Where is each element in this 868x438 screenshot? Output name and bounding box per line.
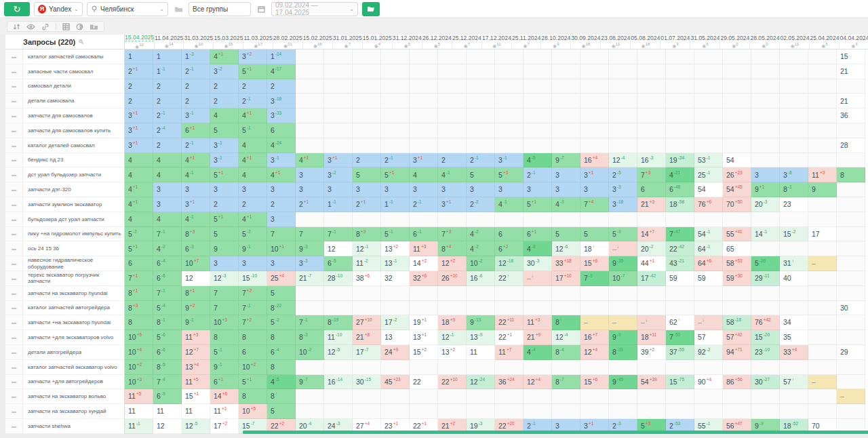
position-cell[interactable]: – (609, 315, 637, 330)
position-cell[interactable]: 3 (182, 182, 210, 197)
position-cell[interactable]: 6 (239, 345, 267, 360)
position-cell[interactable]: 30-27 (751, 375, 780, 390)
refresh-button[interactable]: ↻ (4, 2, 30, 16)
query-label[interactable]: каталог запчастей самосвалы (23, 49, 125, 64)
position-cell[interactable]: 12 (182, 271, 210, 286)
position-cell[interactable]: 14+2 (410, 256, 438, 271)
position-cell[interactable]: 17-42 (637, 271, 666, 286)
position-cell[interactable]: 4+1 (267, 167, 296, 182)
export-button[interactable] (362, 2, 380, 16)
position-cell[interactable]: 8 (210, 330, 239, 345)
position-cell[interactable]: 36 (837, 108, 865, 123)
position-cell[interactable]: 4-5 (267, 375, 296, 390)
position-cell[interactable]: 4+1 (210, 49, 239, 64)
position-cell[interactable]: 2-1 (239, 94, 267, 108)
position-cell[interactable]: 4+1 (239, 108, 267, 123)
position-cell[interactable]: 7 (296, 227, 324, 242)
row-drag-handle[interactable]: ▬ (5, 360, 23, 375)
query-label[interactable]: детали самосвала (23, 94, 125, 108)
position-cell[interactable]: 7-1 (153, 286, 182, 301)
position-cell[interactable]: 16-14 (324, 375, 353, 390)
position-cell[interactable]: 29 (837, 345, 865, 360)
position-cell[interactable]: 6 (637, 182, 666, 197)
snapshot-icon[interactable]: ◉0 (762, 42, 768, 48)
query-label[interactable]: бендикс пд 23 (23, 153, 125, 168)
position-cell[interactable]: 5-6 (153, 330, 182, 345)
position-cell[interactable]: 8+3 (353, 227, 381, 242)
position-cell[interactable]: 5 (467, 167, 495, 182)
position-cell[interactable]: 4-1 (438, 167, 467, 182)
position-cell[interactable]: 4-1 (182, 167, 210, 182)
position-cell[interactable]: 9-1 (210, 360, 239, 375)
column-header-date[interactable]: 28.05.2024◉0 (750, 35, 780, 49)
position-cell[interactable]: 3 (495, 182, 524, 197)
position-cell[interactable]: 9-35 (609, 256, 637, 271)
snapshot-icon[interactable]: ◉7 (523, 42, 529, 48)
position-cell[interactable]: 9-3 (296, 241, 324, 256)
position-cell[interactable]: 8 (125, 315, 153, 330)
position-cell[interactable]: 3-2 (210, 64, 239, 79)
queries-header[interactable]: Запросы (220) 🔍︎ (5, 35, 125, 49)
position-cell[interactable]: 8-3 (296, 330, 324, 345)
position-cell[interactable]: 92-2 (694, 345, 723, 360)
snapshot-icon[interactable]: ◉9 (553, 42, 559, 48)
query-label[interactable]: запчасти дэт-320 (23, 182, 125, 197)
position-cell[interactable]: 4-1 (182, 212, 210, 227)
snapshot-icon[interactable]: ◉5 (404, 42, 410, 48)
position-cell[interactable]: 8+1 (125, 286, 153, 301)
position-cell[interactable]: 54+45 (723, 182, 751, 197)
sort-icon[interactable] (13, 23, 20, 31)
position-cell[interactable]: 7+1 (125, 271, 153, 286)
position-cell[interactable]: 3-18 (267, 94, 296, 108)
query-label[interactable]: запчасти на экскаватор хундай (23, 404, 125, 419)
position-cell[interactable]: 5+1 (210, 167, 239, 182)
position-cell[interactable]: 3-3 (296, 256, 324, 271)
position-cell[interactable]: 7-4 (153, 375, 182, 390)
position-cell[interactable]: 8 (239, 389, 267, 404)
query-label[interactable]: ось 24 15 36 (23, 241, 125, 256)
position-cell[interactable]: 8+4 (438, 241, 467, 256)
position-cell[interactable]: 17 (808, 227, 837, 242)
position-cell[interactable]: 4+1 (125, 182, 153, 197)
column-header-date[interactable]: 15.04.2025◉10 (125, 35, 155, 49)
position-cell[interactable]: – (808, 375, 837, 390)
column-header-date[interactable]: 05.08.2024◉18 (631, 35, 660, 49)
position-cell[interactable]: 18↑ (580, 241, 609, 256)
position-cell[interactable]: 7 (210, 286, 239, 301)
position-cell[interactable]: 4-17 (267, 64, 296, 79)
position-cell[interactable]: 6 (495, 227, 524, 242)
query-label[interactable]: запчасти +на экскаватор hyundai (23, 315, 125, 330)
position-cell[interactable]: 9-9 (609, 330, 637, 345)
position-cell[interactable]: 6-3 (182, 241, 210, 256)
snapshot-icon[interactable]: ◉18 (581, 42, 590, 48)
snapshot-icon[interactable]: ◉10 (195, 42, 203, 48)
position-cell[interactable]: 6-1 (410, 227, 438, 242)
position-cell[interactable]: 8 (239, 330, 267, 345)
row-drag-handle[interactable]: ▬ (5, 212, 23, 227)
position-cell[interactable]: 3-33 (267, 108, 296, 123)
row-drag-handle[interactable]: ▬ (5, 315, 23, 330)
position-cell[interactable]: 27+10 (353, 315, 381, 330)
query-label[interactable]: запчасти +для экскаваторов volvo (23, 330, 125, 345)
position-cell[interactable]: –↓ (524, 271, 552, 286)
column-header-date[interactable]: 02.05.2024◉11 (780, 35, 810, 49)
position-cell[interactable]: 6-4 (267, 345, 296, 360)
position-cell[interactable]: 15-2 (780, 227, 808, 242)
position-cell[interactable]: 6+1 (210, 375, 239, 390)
position-cell[interactable]: 8-31 (609, 345, 637, 360)
position-cell[interactable]: 13-1 (381, 256, 410, 271)
position-cell[interactable]: 12 (153, 419, 182, 434)
position-cell[interactable]: 1 (125, 49, 153, 64)
position-cell[interactable]: 28 (837, 138, 865, 153)
position-cell[interactable]: 2 (125, 94, 153, 108)
query-label[interactable]: запасные части самосвал (23, 64, 125, 79)
position-cell[interactable]: 2 (125, 79, 153, 94)
position-cell[interactable]: 3 (296, 182, 324, 197)
position-cell[interactable]: 11-10 (324, 330, 353, 345)
position-cell[interactable]: 5+3 (495, 167, 524, 182)
row-drag-handle[interactable]: ▬ (5, 345, 23, 360)
position-cell[interactable]: 6+1 (524, 227, 552, 242)
position-cell[interactable]: –↓ (637, 315, 666, 330)
position-cell[interactable]: 11+3 (524, 315, 552, 330)
position-cell[interactable]: 21 (837, 94, 865, 108)
